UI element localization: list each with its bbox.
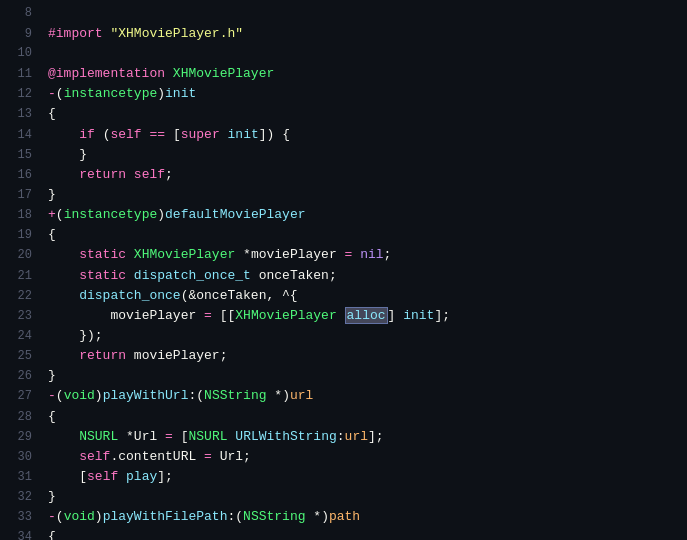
line-content-34: { [48,527,679,540]
line-8: 8 [0,4,687,24]
code-editor: 8 9 #import "XHMoviePlayer.h" 10 11 @imp… [0,0,687,540]
line-content-33: -(void)playWithFilePath:(NSString *)path [48,507,679,527]
line-11: 11 @implementation XHMoviePlayer [0,64,687,84]
line-16: 16 return self; [0,165,687,185]
line-num-33: 33 [0,508,32,527]
line-34: 34 { [0,527,687,540]
line-num-24: 24 [0,327,32,346]
line-num-29: 29 [0,428,32,447]
line-content-25: return moviePlayer; [48,346,679,366]
line-content-17: } [48,185,679,205]
line-num-12: 12 [0,85,32,104]
line-num-21: 21 [0,267,32,286]
line-content-20: static XHMoviePlayer *moviePlayer = nil; [48,245,679,265]
line-22: 22 dispatch_once(&onceTaken, ^{ [0,286,687,306]
line-num-19: 19 [0,226,32,245]
line-num-23: 23 [0,307,32,326]
line-content-9: #import "XHMoviePlayer.h" [48,24,679,44]
line-num-14: 14 [0,126,32,145]
line-10: 10 [0,44,687,64]
line-33: 33 -(void)playWithFilePath:(NSString *)p… [0,507,687,527]
line-num-18: 18 [0,206,32,225]
line-num-20: 20 [0,246,32,265]
line-content-21: static dispatch_once_t onceTaken; [48,266,679,286]
line-content-29: NSURL *Url = [NSURL URLWithString:url]; [48,427,679,447]
line-26: 26 } [0,366,687,386]
line-num-10: 10 [0,44,32,63]
line-num-28: 28 [0,408,32,427]
line-num-17: 17 [0,186,32,205]
line-content-22: dispatch_once(&onceTaken, ^{ [48,286,679,306]
line-content-31: [self play]; [48,467,679,487]
line-content-13: { [48,104,679,124]
line-20: 20 static XHMoviePlayer *moviePlayer = n… [0,245,687,265]
line-28: 28 { [0,407,687,427]
line-12: 12 -(instancetype)init [0,84,687,104]
line-num-30: 30 [0,448,32,467]
line-content-26: } [48,366,679,386]
line-23: 23 moviePlayer = [[XHMoviePlayer alloc] … [0,306,687,326]
line-32: 32 } [0,487,687,507]
line-num-31: 31 [0,468,32,487]
line-num-34: 34 [0,528,32,540]
line-25: 25 return moviePlayer; [0,346,687,366]
line-17: 17 } [0,185,687,205]
line-content-28: { [48,407,679,427]
line-content-12: -(instancetype)init [48,84,679,104]
line-14: 14 if (self == [super init]) { [0,125,687,145]
line-num-27: 27 [0,387,32,406]
line-30: 30 self.contentURL = Url; [0,447,687,467]
line-num-8: 8 [0,4,32,23]
line-num-15: 15 [0,146,32,165]
line-13: 13 { [0,104,687,124]
line-num-25: 25 [0,347,32,366]
line-19: 19 { [0,225,687,245]
line-num-26: 26 [0,367,32,386]
line-15: 15 } [0,145,687,165]
line-num-9: 9 [0,25,32,44]
line-num-11: 11 [0,65,32,84]
line-9: 9 #import "XHMoviePlayer.h" [0,24,687,44]
line-21: 21 static dispatch_once_t onceTaken; [0,266,687,286]
line-content-14: if (self == [super init]) { [48,125,679,145]
line-content-30: self.contentURL = Url; [48,447,679,467]
line-18: 18 +(instancetype)defaultMoviePlayer [0,205,687,225]
line-24: 24 }); [0,326,687,346]
line-content-32: } [48,487,679,507]
line-27: 27 -(void)playWithUrl:(NSString *)url [0,386,687,406]
line-num-13: 13 [0,105,32,124]
line-content-24: }); [48,326,679,346]
line-num-22: 22 [0,287,32,306]
line-content-27: -(void)playWithUrl:(NSString *)url [48,386,679,406]
line-content-19: { [48,225,679,245]
line-content-16: return self; [48,165,679,185]
line-num-32: 32 [0,488,32,507]
line-content-15: } [48,145,679,165]
line-content-23: moviePlayer = [[XHMoviePlayer alloc] ini… [48,306,679,326]
line-num-16: 16 [0,166,32,185]
line-content-18: +(instancetype)defaultMoviePlayer [48,205,679,225]
line-29: 29 NSURL *Url = [NSURL URLWithString:url… [0,427,687,447]
line-31: 31 [self play]; [0,467,687,487]
line-content-11: @implementation XHMoviePlayer [48,64,679,84]
